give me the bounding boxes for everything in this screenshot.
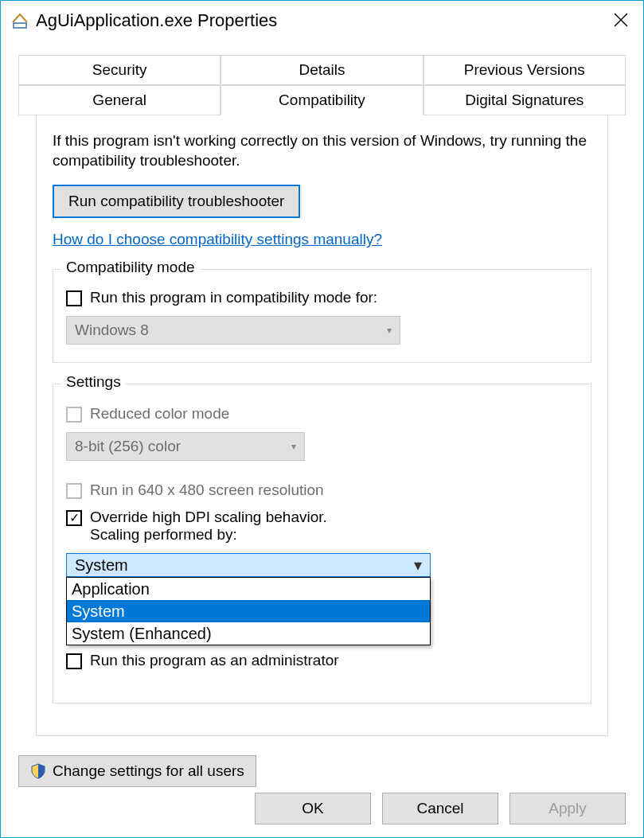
change-settings-all-users-label: Change settings for all users	[53, 762, 244, 780]
cancel-button[interactable]: Cancel	[382, 793, 498, 824]
close-button[interactable]	[599, 1, 643, 39]
chevron-down-icon: ▾	[291, 441, 296, 452]
app-icon	[10, 11, 29, 30]
tab-container: Security Details Previous Versions Gener…	[18, 55, 626, 736]
color-combo[interactable]: 8-bit (256) color ▾	[66, 432, 305, 461]
dpi-option-system-enhanced[interactable]: System (Enhanced)	[67, 622, 430, 645]
dpi-scaling-dropdown: Application System System (Enhanced)	[66, 577, 431, 645]
tab-content: If this program isn't working correctly …	[36, 115, 608, 736]
change-settings-all-users-button[interactable]: Change settings for all users	[18, 755, 256, 787]
shield-icon	[30, 763, 46, 779]
dpi-label-line1: Override high DPI scaling behavior.	[90, 509, 327, 525]
dpi-option-system[interactable]: System	[67, 600, 430, 622]
dpi-override-label: Override high DPI scaling behavior. Scal…	[90, 509, 327, 544]
reduced-color-label: Reduced color mode	[90, 405, 229, 423]
compatibility-mode-group-label: Compatibility mode	[61, 259, 200, 276]
compat-mode-combo-value: Windows 8	[75, 322, 149, 339]
dialog-button-row: OK Cancel Apply	[255, 793, 626, 824]
apply-button[interactable]: Apply	[509, 793, 626, 824]
tab-general[interactable]: General	[18, 85, 221, 115]
resolution-label: Run in 640 x 480 screen resolution	[90, 481, 324, 499]
compat-mode-checkbox[interactable]	[66, 290, 82, 306]
tab-previous-versions[interactable]: Previous Versions	[423, 55, 626, 85]
tab-details[interactable]: Details	[221, 55, 423, 85]
reduced-color-checkbox[interactable]	[66, 407, 82, 423]
color-combo-value: 8-bit (256) color	[75, 438, 181, 455]
window-title: AgUiApplication.exe Properties	[36, 10, 277, 31]
titlebar: AgUiApplication.exe Properties	[1, 1, 643, 41]
settings-group-label: Settings	[61, 373, 126, 391]
help-link[interactable]: How do I choose compatibility settings m…	[53, 231, 382, 248]
dpi-option-application[interactable]: Application	[67, 578, 430, 600]
compat-mode-checkbox-label: Run this program in compatibility mode f…	[90, 289, 377, 306]
dpi-override-checkbox[interactable]	[66, 510, 82, 526]
compatibility-mode-group: Compatibility mode Run this program in c…	[53, 269, 591, 363]
tab-security[interactable]: Security	[18, 55, 221, 85]
dpi-scaling-combo[interactable]: System ▾ Application System System (Enha…	[66, 553, 431, 577]
ok-button[interactable]: OK	[255, 793, 371, 824]
compat-mode-combo[interactable]: Windows 8 ▾	[66, 316, 400, 345]
intro-text: If this program isn't working correctly …	[53, 131, 591, 170]
chevron-down-icon: ▾	[414, 555, 422, 575]
settings-group: Settings Reduced color mode 8-bit (256) …	[53, 384, 591, 704]
svg-rect-0	[14, 23, 26, 28]
run-as-admin-checkbox[interactable]	[66, 653, 82, 669]
tab-compatibility[interactable]: Compatibility	[221, 85, 423, 115]
run-as-admin-label: Run this program as an administrator	[90, 652, 339, 669]
dpi-label-line2: Scaling performed by:	[90, 526, 237, 543]
tab-digital-signatures[interactable]: Digital Signatures	[423, 85, 626, 115]
chevron-down-icon: ▾	[387, 325, 392, 336]
resolution-checkbox[interactable]	[66, 483, 82, 499]
run-troubleshooter-button[interactable]: Run compatibility troubleshooter	[53, 185, 300, 218]
dpi-scaling-combo-value: System	[75, 556, 128, 575]
